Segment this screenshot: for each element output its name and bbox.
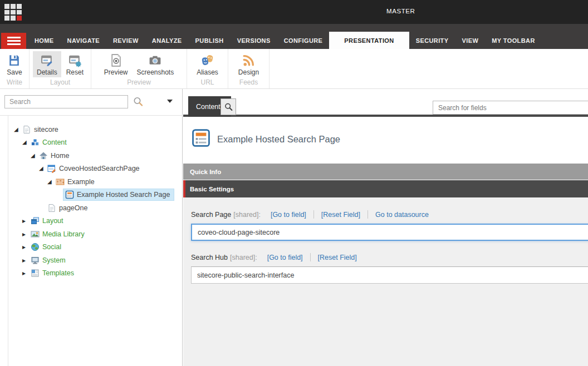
- item-title-section: Example Hosted Search Page: [183, 117, 588, 164]
- quick-info-section-header[interactable]: Quick Info: [183, 164, 588, 180]
- link-separator: [313, 210, 314, 219]
- tab-navigate[interactable]: NAVIGATE: [61, 32, 106, 49]
- search-hub-input[interactable]: [191, 266, 588, 284]
- form-page-icon: [192, 128, 210, 147]
- field-label: Search Page: [191, 211, 231, 219]
- tab-review[interactable]: REVIEW: [106, 32, 145, 49]
- menu-tabs: HOME NAVIGATE REVIEW ANALYZE PUBLISH VER…: [28, 32, 542, 49]
- collapse-icon[interactable]: ▸: [22, 231, 30, 238]
- save-icon: [7, 53, 21, 67]
- logo-cell-red: [17, 16, 22, 21]
- system-computer-icon: [31, 256, 40, 265]
- content-tree: ◢ sitecore ◢ Content ◢ Home: [8, 116, 182, 366]
- search-options-caret-icon[interactable]: [167, 100, 173, 103]
- button-label: Design: [238, 68, 259, 76]
- media-image-icon: [31, 230, 40, 239]
- selected-item-highlight[interactable]: Example Hosted Search Page: [63, 189, 174, 200]
- collapse-icon[interactable]: ▸: [22, 270, 30, 276]
- sitecore-logo-icon[interactable]: [4, 4, 22, 21]
- tree-search-input[interactable]: [4, 95, 128, 108]
- hamburger-bar: [7, 37, 21, 38]
- ribbon-group-url: Aliases URL: [187, 49, 228, 88]
- tab-my-toolbar[interactable]: MY TOOLBAR: [485, 32, 542, 49]
- tree-item-coveohostedsearchpage[interactable]: ◢ CoveoHostedSearchPage: [8, 162, 182, 176]
- aliases-button[interactable]: Aliases: [193, 51, 222, 77]
- button-label: Preview: [104, 68, 128, 76]
- tree-item-social[interactable]: ▸ Social: [8, 241, 182, 254]
- document-icon: [22, 125, 31, 134]
- search-icon: [224, 102, 233, 112]
- basic-settings-section-header[interactable]: Basic Settings: [183, 180, 588, 197]
- preview-button[interactable]: Preview: [100, 51, 132, 77]
- collapse-icon[interactable]: ▸: [22, 244, 30, 250]
- save-button[interactable]: Save: [3, 51, 26, 77]
- goto-field-link[interactable]: [Go to field]: [267, 254, 303, 261]
- reset-field-link[interactable]: [Reset Field]: [318, 254, 357, 261]
- expand-icon[interactable]: ◢: [22, 140, 30, 145]
- tree-item-example-hosted-search-page[interactable]: Example Hosted Search Page: [8, 189, 182, 202]
- expand-icon[interactable]: ◢: [39, 166, 47, 171]
- button-label: Details: [37, 68, 57, 76]
- design-button[interactable]: Design: [234, 51, 263, 77]
- tab-home[interactable]: HOME: [28, 32, 61, 49]
- document-icon: [47, 204, 56, 212]
- shared-suffix: [shared]:: [233, 211, 261, 219]
- search-page-input[interactable]: [191, 224, 588, 241]
- button-label: Screenshots: [136, 68, 174, 76]
- tree-item-system[interactable]: ▸ System: [8, 254, 182, 267]
- tree-item-content[interactable]: ◢ Content: [8, 136, 182, 150]
- hamburger-bar: [7, 43, 21, 45]
- tree-item-layout[interactable]: ▸ Layout: [8, 215, 182, 228]
- tab-analyze[interactable]: ANALYZE: [145, 32, 189, 49]
- button-label: Reset: [66, 68, 84, 76]
- home-icon: [39, 151, 48, 160]
- tree-item-home[interactable]: ◢ Home: [8, 149, 182, 162]
- hamburger-bar: [7, 40, 21, 42]
- tab-presentation[interactable]: PRESENTATION: [329, 32, 409, 49]
- goto-datasource-link[interactable]: Go to datasource: [375, 211, 429, 219]
- reset-field-link[interactable]: [Reset Field]: [321, 211, 360, 219]
- tree-item-pageone[interactable]: pageOne: [8, 201, 182, 215]
- layout-reset-icon: [68, 53, 82, 67]
- sliders-icon: [56, 177, 65, 186]
- tree-item-sitecore[interactable]: ◢ sitecore: [8, 123, 182, 136]
- tab-versions[interactable]: VERSIONS: [231, 32, 277, 49]
- details-button[interactable]: Details: [33, 51, 61, 77]
- tab-view[interactable]: VIEW: [455, 32, 485, 49]
- ribbon-group-label: Layout: [30, 78, 91, 86]
- field-search-button[interactable]: [220, 98, 236, 115]
- ribbon-spacer: [270, 49, 588, 88]
- fields-area: Search Page [shared]: [Go to field] [Res…: [183, 197, 588, 366]
- tree-item-templates[interactable]: ▸ Templates: [8, 267, 182, 280]
- collapse-icon[interactable]: ▸: [22, 257, 30, 264]
- item-title: Example Hosted Search Page: [217, 134, 340, 145]
- search-icon[interactable]: [132, 96, 144, 108]
- ribbon-group-label: Write: [0, 78, 29, 86]
- reset-button[interactable]: Reset: [62, 51, 87, 77]
- database-name: MASTER: [386, 8, 415, 14]
- logo-cell: [4, 4, 9, 9]
- expand-icon[interactable]: ◢: [47, 179, 55, 185]
- globe-icon: [31, 243, 40, 251]
- logo-cell: [11, 10, 16, 15]
- editor-tabstrip: Content*: [183, 89, 588, 117]
- tree-item-example[interactable]: ◢ Example: [8, 175, 182, 189]
- tab-configure[interactable]: CONFIGURE: [277, 32, 330, 49]
- logo-cell: [17, 4, 22, 9]
- hamburger-menu-button[interactable]: [1, 33, 26, 49]
- tab-security[interactable]: SECURITY: [409, 32, 455, 49]
- tree-item-media-library[interactable]: ▸ Media Library: [8, 227, 182, 241]
- goto-field-link[interactable]: [Go to field]: [271, 211, 306, 219]
- ribbon-group-label: URL: [187, 78, 228, 86]
- field-label: Search Hub: [191, 254, 228, 261]
- search-hub-field-label-row: Search Hub [shared]: [Go to field] [Rese…: [191, 253, 588, 261]
- collapse-icon[interactable]: ▸: [22, 217, 30, 224]
- search-for-fields-input[interactable]: [433, 101, 588, 115]
- tab-publish[interactable]: PUBLISH: [189, 32, 231, 49]
- screenshots-icon: [148, 53, 162, 67]
- expand-icon[interactable]: ◢: [31, 153, 38, 159]
- expand-icon[interactable]: ◢: [14, 127, 22, 132]
- link-separator: [310, 253, 311, 261]
- ribbon-group-write: Save Write: [0, 49, 30, 88]
- screenshots-button[interactable]: Screenshots: [133, 51, 178, 77]
